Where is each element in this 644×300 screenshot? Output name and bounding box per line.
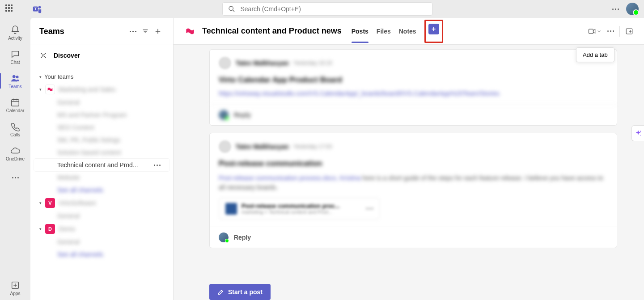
team-avatar-icon: D: [45, 224, 55, 234]
svg-point-5: [13, 75, 16, 78]
channel-row-active[interactable]: Technical content and Prod...: [34, 159, 169, 171]
teams-sidebar: Teams Discover Your teams Marketing and …: [30, 18, 174, 300]
post-card: Tatev Malkhasyan Yesterday 16:19 Virto C…: [209, 49, 617, 126]
rail-calendar[interactable]: Calendar: [0, 93, 30, 117]
start-post-button[interactable]: Start a post: [209, 284, 271, 300]
channel-row[interactable]: Website: [30, 171, 173, 184]
see-all-channels-link[interactable]: See all channels: [30, 248, 173, 261]
rail-apps[interactable]: Apps: [0, 276, 30, 300]
cloud-icon: [10, 146, 20, 156]
discover-icon: [39, 51, 47, 59]
reply-button[interactable]: Reply: [210, 227, 617, 248]
team-name: VirtoSoftware: [59, 199, 96, 207]
add-tab-button[interactable]: +: [428, 24, 439, 34]
add-tab-tooltip: Add a tab: [576, 47, 614, 62]
rail-label: Teams: [8, 84, 21, 89]
team-row[interactable]: Marketing and Sales: [30, 83, 173, 96]
team-avatar-icon: V: [45, 198, 55, 208]
see-all-channels-link[interactable]: See all channels: [30, 184, 173, 196]
rail-teams[interactable]: Teams: [0, 69, 30, 93]
rail-more[interactable]: [0, 165, 30, 190]
team-badge-icon: [184, 25, 196, 37]
reply-avatar: [219, 232, 229, 242]
channel-row[interactable]: General: [30, 96, 173, 109]
add-tab-highlight: +: [424, 20, 443, 43]
user-avatar[interactable]: [626, 3, 639, 15]
channel-row[interactable]: MS and Partner Program: [30, 109, 173, 121]
svg-point-3: [229, 6, 233, 10]
channel-row[interactable]: General: [30, 210, 173, 222]
start-post-label: Start a post: [228, 288, 263, 296]
team-row[interactable]: V VirtoSoftware: [30, 196, 173, 210]
posts-feed: Tatev Malkhasyan Yesterday 16:19 Virto C…: [174, 45, 644, 279]
phone-icon: [10, 122, 20, 131]
channel-title: Technical content and Product news: [202, 26, 342, 36]
reply-button[interactable]: Reply: [210, 104, 617, 125]
reply-label: Reply: [234, 234, 251, 241]
attachment-title: Post-release communication proc...: [242, 203, 362, 209]
discover-button[interactable]: Discover: [30, 45, 173, 66]
post-timestamp: Yesterday 16:19: [293, 60, 332, 66]
team-name: Marketing and Sales: [59, 86, 116, 93]
reply-avatar: [219, 110, 229, 120]
post-author[interactable]: Tatev Malkhasyan: [236, 143, 289, 150]
post-attachment[interactable]: Post-release communication proc... marke…: [219, 198, 380, 220]
bell-icon: [10, 25, 20, 35]
post-author-avatar[interactable]: [219, 57, 231, 69]
post-author[interactable]: Tatev Malkhasyan: [236, 59, 289, 67]
svg-point-24: [640, 131, 641, 131]
team-avatar-icon: [45, 85, 55, 94]
svg-rect-7: [12, 99, 19, 106]
svg-point-19: [43, 55, 44, 56]
search-icon: [228, 5, 235, 13]
svg-text:T: T: [34, 7, 37, 11]
rail-calls[interactable]: Calls: [0, 117, 30, 141]
channel-more-button[interactable]: [607, 30, 614, 32]
start-post-container: Start a post: [209, 284, 617, 300]
svg-point-1: [38, 6, 41, 8]
rail-label: Chat: [10, 60, 20, 65]
post-attachment-link[interactable]: Post-release communication process.docx,…: [219, 174, 360, 182]
your-teams-section[interactable]: Your teams: [30, 71, 173, 83]
rail-chat[interactable]: Chat: [0, 45, 30, 69]
search-box[interactable]: [222, 2, 432, 16]
channel-more-icon[interactable]: [154, 165, 161, 166]
channel-row[interactable]: Solution based content: [30, 146, 173, 159]
rail-label: Calendar: [6, 108, 25, 113]
post-link[interactable]: https://virtoway.visualstudio.com/VS.Cal…: [219, 90, 608, 97]
calendar-icon: [10, 97, 20, 107]
channel-row[interactable]: SEO Content: [30, 121, 173, 134]
teams-logo-icon: T: [32, 4, 42, 14]
app-rail: Activity Chat Teams Calendar Calls OneDr…: [0, 18, 30, 300]
team-row[interactable]: D Demo: [30, 222, 173, 236]
attachment-more-icon[interactable]: [366, 208, 373, 209]
channel-row[interactable]: General: [30, 236, 173, 248]
copilot-badge[interactable]: [631, 125, 644, 141]
more-options-icon[interactable]: [612, 8, 619, 10]
meet-button[interactable]: [588, 27, 602, 36]
search-input[interactable]: [241, 5, 427, 13]
reply-label: Reply: [234, 111, 251, 118]
open-panel-button[interactable]: [625, 27, 633, 35]
top-bar: T: [0, 0, 644, 18]
sidebar-more-icon[interactable]: [127, 25, 139, 38]
post-author-avatar[interactable]: [219, 140, 231, 153]
teams-tree: Your teams Marketing and Sales General M…: [30, 66, 173, 300]
tab-notes[interactable]: Notes: [399, 20, 416, 43]
chat-icon: [10, 49, 20, 59]
create-team-icon[interactable]: [152, 25, 164, 38]
people-icon: [10, 73, 20, 83]
more-icon: [12, 177, 19, 178]
app-launcher-icon[interactable]: [5, 4, 14, 13]
svg-line-4: [233, 10, 234, 12]
divider: [619, 26, 620, 37]
rail-onedrive[interactable]: OneDrive: [0, 141, 30, 165]
tab-files[interactable]: Files: [377, 20, 391, 43]
channel-row[interactable]: SM, PR, Public listings: [30, 134, 173, 146]
tab-posts[interactable]: Posts: [352, 20, 369, 43]
svg-point-6: [16, 76, 18, 78]
rail-label: OneDrive: [6, 156, 25, 161]
rail-label: Apps: [10, 291, 21, 296]
rail-activity[interactable]: Activity: [0, 21, 30, 45]
filter-icon[interactable]: [139, 25, 152, 38]
